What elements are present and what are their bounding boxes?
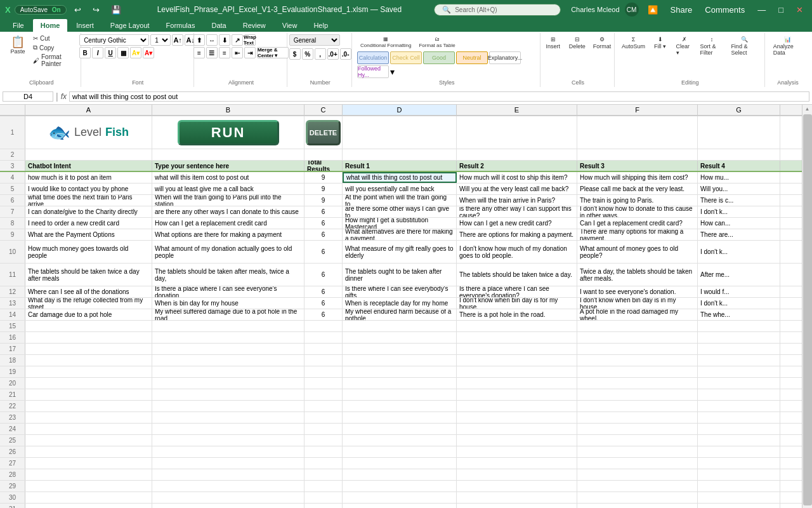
cell-e19[interactable] [457,366,577,377]
cell-b28[interactable] [152,469,304,480]
underline-button[interactable]: U [105,47,116,58]
scroll-up-button[interactable]: ▲ [804,105,811,113]
italic-button[interactable]: I [92,47,103,58]
cell-g8[interactable]: How can... [698,218,780,229]
cell-a16[interactable] [25,332,152,343]
cell-d3[interactable]: Result 1 [343,161,457,171]
style-neutral[interactable]: Neutral [456,51,488,64]
currency-button[interactable]: $ [289,48,301,60]
cell-d7[interactable]: are there some other ways I can give to [343,206,457,217]
cell-g2[interactable] [698,149,780,160]
cell-c13[interactable]: 6 [304,298,343,309]
cell-b13[interactable]: When is bin day for my house [152,298,304,309]
minimize-button[interactable]: — [754,4,769,16]
cell-d16[interactable] [343,332,457,343]
cell-a14[interactable]: Car damage due to a pot hole [25,309,152,320]
cell-g5[interactable]: Will you... [698,184,780,194]
cell-b17[interactable] [152,344,304,354]
cell-a6[interactable]: what time does the next train to Paris a… [25,195,152,206]
cell-f15[interactable] [577,321,698,331]
font-grow-button[interactable]: A↑ [172,34,183,46]
cell-f24[interactable] [577,424,698,434]
cell-g30[interactable] [698,492,780,503]
find-select-button[interactable]: 🔍 Find & Select [728,34,760,58]
cell-f8[interactable]: Can I get a replacement credit card? [577,218,698,229]
autosum-button[interactable]: Σ AutoSum [620,34,648,58]
cell-g9[interactable]: There are... [698,229,780,240]
cell-e27[interactable] [457,458,577,469]
cell-c26[interactable] [304,446,343,457]
cell-g16[interactable] [698,332,780,343]
cell-c25[interactable] [304,435,343,446]
cell-a2[interactable] [25,149,152,160]
cell-f22[interactable] [577,401,698,411]
align-top-button[interactable]: ⬆ [193,34,205,46]
cell-g26[interactable] [698,446,780,457]
cell-c8[interactable]: 6 [304,218,343,229]
cell-c22[interactable] [304,401,343,411]
cell-b29[interactable] [152,481,304,491]
cell-g28[interactable] [698,469,780,480]
cell-d4-selected[interactable]: what will this thing cost to post out [343,172,457,183]
redo-button[interactable]: ↪ [89,4,103,16]
cell-f11[interactable]: Twice a day, the tablets should be taken… [577,264,698,286]
fill-button[interactable]: ⬇ Fill ▾ [649,34,672,58]
cell-g1[interactable] [698,116,780,149]
cell-d8[interactable]: How might I get a substitution Mastercar… [343,218,457,229]
cell-e18[interactable] [457,355,577,366]
cell-a15[interactable] [25,321,152,331]
cell-e8[interactable]: How can I get a new credit card? [457,218,577,229]
delete-button[interactable]: DELETE [306,120,341,145]
cell-b19[interactable] [152,366,304,377]
cell-g31[interactable] [698,504,780,508]
cell-a3[interactable]: Chatbot Intent [25,161,152,171]
cell-f10[interactable]: What amount of money goes to old people? [577,241,698,263]
undo-button[interactable]: ↩ [70,4,85,16]
cell-b2[interactable] [152,149,304,160]
format-painter-button[interactable]: 🖌Format Painter [30,53,77,68]
bold-button[interactable]: B [79,47,91,58]
cell-b15[interactable] [152,321,304,331]
cell-d30[interactable] [343,492,457,503]
cell-e29[interactable] [457,481,577,491]
style-calculation[interactable]: Calculation [357,51,389,64]
cell-b27[interactable] [152,458,304,469]
maximize-button[interactable]: □ [775,4,787,16]
cell-e14[interactable]: There is a pot hole in the road. [457,309,577,320]
cell-e13[interactable]: I don't know when bin day is for my hous… [457,298,577,309]
cell-e12[interactable]: Is there a place where I can see everyon… [457,286,577,297]
cell-g25[interactable] [698,435,780,446]
cell-d17[interactable] [343,344,457,354]
cell-e16[interactable] [457,332,577,343]
cell-f18[interactable] [577,355,698,366]
cell-g27[interactable] [698,458,780,469]
cell-f21[interactable] [577,389,698,400]
cell-reference-box[interactable] [3,91,53,102]
cell-c3[interactable]: Total Results [304,161,343,171]
align-right-button[interactable]: ≡ [219,47,230,58]
cell-e4[interactable]: How much will it cost to ship this item? [457,172,577,183]
cell-a13[interactable]: What day is the refuge collected from my… [25,298,152,309]
cell-f3[interactable]: Result 3 [577,161,698,171]
indent-inc-button[interactable]: ⇥ [244,47,256,58]
cell-c15[interactable] [304,321,343,331]
cell-g24[interactable] [698,424,780,434]
format-as-table-button[interactable]: 🗂 Format as Table [416,34,458,50]
cell-e21[interactable] [457,389,577,400]
cell-d13[interactable]: When is receptacle day for my home [343,298,457,309]
cell-b4[interactable]: what will this item cost to post out [152,172,304,183]
percent-button[interactable]: % [302,48,313,60]
clear-button[interactable]: ✗ Clear ▾ [673,34,696,58]
cell-g3[interactable]: Result 4 [698,161,780,171]
cell-c23[interactable] [304,412,343,423]
analyze-data-button[interactable]: 📊 Analyze Data [770,34,806,58]
cell-g29[interactable] [698,481,780,491]
cell-c10[interactable]: 6 [304,241,343,263]
cell-g10[interactable]: I don't k... [698,241,780,263]
col-header-a[interactable]: A [25,105,152,115]
cell-g6[interactable]: There is c... [698,195,780,206]
cell-a20[interactable] [25,378,152,389]
cell-e3[interactable]: Result 2 [457,161,577,171]
cell-c20[interactable] [304,378,343,389]
cell-b30[interactable] [152,492,304,503]
